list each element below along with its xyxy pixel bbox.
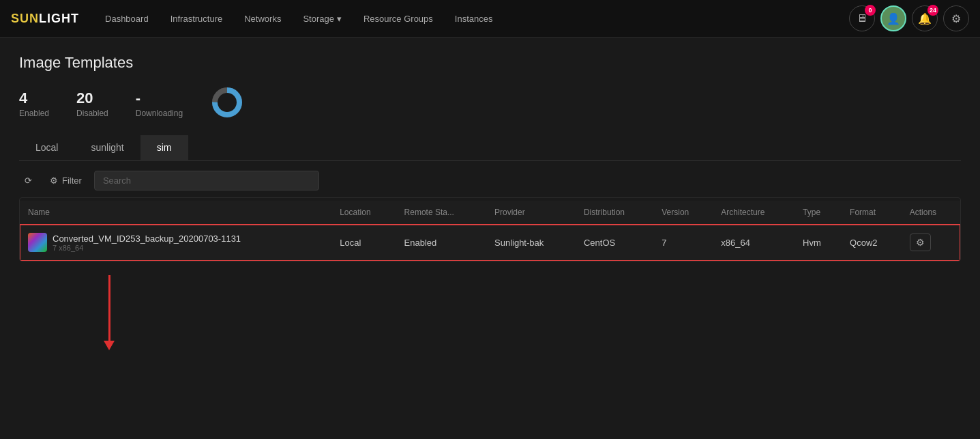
search-input[interactable]: [94, 171, 319, 190]
col-provider: Provider: [486, 201, 576, 225]
filter-button[interactable]: ⚙ Filter: [44, 173, 87, 188]
brand-name: SUNLIGHT: [11, 12, 79, 26]
col-version: Version: [653, 201, 713, 225]
data-table-wrapper: Name Location Remote Sta... Provider Dis…: [19, 197, 961, 261]
donut-chart: [210, 85, 244, 122]
filter-label: Filter: [62, 175, 82, 186]
gear-icon: ⚙: [916, 237, 925, 248]
messages-button[interactable]: 🖥 0: [849, 5, 875, 31]
nav-links: Dashboard Infrastructure Networks Storag…: [95, 10, 849, 28]
arrow-line: [108, 275, 110, 341]
navbar: SUNLIGHT Dashboard Infrastructure Networ…: [0, 0, 980, 38]
table-row[interactable]: Converted_VM_ID253_backup_20200703-1131 …: [20, 225, 960, 261]
cell-actions: ⚙: [902, 225, 960, 261]
tab-sim[interactable]: sim: [140, 135, 188, 161]
arrow-head: [104, 341, 115, 350]
stat-disabled-value: 20: [76, 89, 108, 107]
refresh-icon: ⟳: [25, 175, 32, 186]
col-name: Name: [20, 201, 331, 225]
vm-icon: [28, 233, 47, 252]
col-distribution: Distribution: [576, 201, 653, 225]
page-title: Image Templates: [19, 54, 961, 72]
red-arrow: [108, 275, 110, 350]
nav-storage[interactable]: Storage ▾: [293, 10, 351, 28]
data-table: Name Location Remote Sta... Provider Dis…: [20, 201, 960, 261]
cell-remote-status: Enabled: [396, 225, 486, 261]
filter-icon: ⚙: [50, 175, 58, 186]
col-architecture: Architecture: [713, 201, 795, 225]
stat-enabled: 4 Enabled: [19, 89, 49, 118]
cell-type: Hvm: [795, 225, 842, 261]
table-body: Converted_VM_ID253_backup_20200703-1131 …: [20, 225, 960, 261]
notifications-button[interactable]: 🔔 24: [912, 5, 938, 31]
toolbar: ⟳ ⚙ Filter: [19, 161, 961, 197]
notifications-badge: 24: [927, 5, 938, 16]
stats-row: 4 Enabled 20 Disabled - Downloading: [19, 85, 961, 122]
user-avatar[interactable]: 👤: [880, 5, 906, 31]
nav-resource-groups[interactable]: Resource Groups: [354, 10, 443, 28]
col-location: Location: [331, 201, 396, 225]
nav-actions: 🖥 0 👤 🔔 24 ⚙: [849, 5, 969, 31]
stat-enabled-label: Enabled: [19, 109, 49, 118]
refresh-button[interactable]: ⟳: [19, 173, 38, 188]
messages-badge: 0: [865, 5, 876, 16]
nav-dashboard[interactable]: Dashboard: [95, 10, 158, 28]
nav-instances[interactable]: Instances: [445, 10, 503, 28]
row-actions-button[interactable]: ⚙: [910, 233, 931, 251]
user-icon: 👤: [887, 12, 900, 25]
tab-sunlight[interactable]: sunlight: [74, 135, 140, 161]
arrow-indicator: [19, 275, 961, 350]
stat-downloading-label: Downloading: [136, 109, 183, 118]
row-name-sub: 7 x86_64: [53, 244, 241, 252]
stat-downloading: - Downloading: [136, 89, 183, 118]
cell-architecture: x86_64: [713, 225, 795, 261]
cell-format: Qcow2: [842, 225, 902, 261]
settings-button[interactable]: ⚙: [943, 5, 969, 31]
table-header: Name Location Remote Sta... Provider Dis…: [20, 201, 960, 225]
cell-distribution: CentOS: [576, 225, 653, 261]
stat-disabled-label: Disabled: [76, 109, 108, 118]
col-remote-status: Remote Sta...: [396, 201, 486, 225]
stat-enabled-value: 4: [19, 89, 49, 107]
cell-location: Local: [331, 225, 396, 261]
main-content: Image Templates 4 Enabled 20 Disabled - …: [0, 38, 980, 367]
row-name: Converted_VM_ID253_backup_20200703-1131: [53, 233, 241, 244]
gear-icon: ⚙: [951, 12, 961, 25]
cell-provider: Sunlight-bak: [486, 225, 576, 261]
cell-name: Converted_VM_ID253_backup_20200703-1131 …: [20, 225, 331, 261]
stat-downloading-value: -: [136, 89, 183, 107]
chevron-down-icon: ▾: [337, 14, 342, 24]
cell-version: 7: [653, 225, 713, 261]
col-type: Type: [795, 201, 842, 225]
tab-local[interactable]: Local: [19, 135, 74, 161]
brand-logo[interactable]: SUNLIGHT: [11, 12, 79, 26]
stat-disabled: 20 Disabled: [76, 89, 108, 118]
nav-infrastructure[interactable]: Infrastructure: [161, 10, 233, 28]
col-format: Format: [842, 201, 902, 225]
col-actions: Actions: [902, 201, 960, 225]
tabs: Local sunlight sim: [19, 135, 961, 161]
nav-networks[interactable]: Networks: [235, 10, 291, 28]
